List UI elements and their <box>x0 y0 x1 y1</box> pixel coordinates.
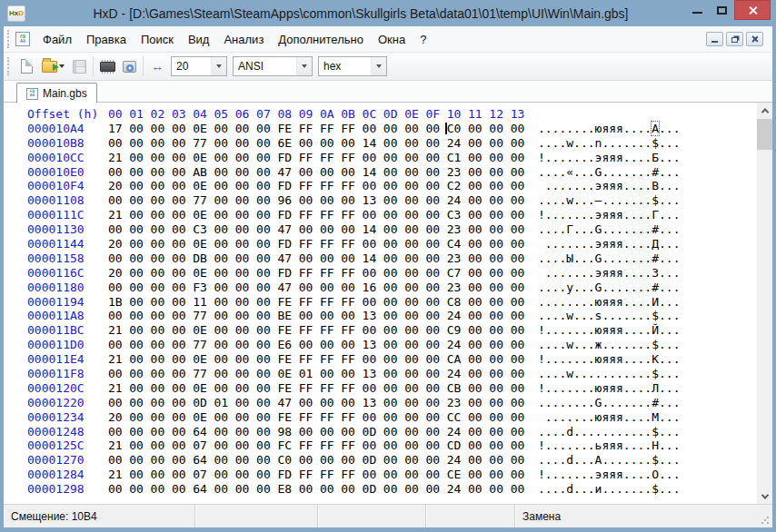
row-text[interactable]: !.......юяяя....Й... <box>538 323 681 338</box>
hex-byte[interactable]: 13 <box>363 367 383 381</box>
hex-byte[interactable]: FF <box>299 151 320 165</box>
hex-byte[interactable]: 64 <box>193 425 214 439</box>
hex-byte[interactable]: 00 <box>320 193 341 208</box>
hex-byte[interactable]: 00 <box>404 438 425 453</box>
hex-byte[interactable]: 00 <box>489 381 510 396</box>
hex-byte[interactable]: 00 <box>151 323 172 338</box>
hex-byte[interactable]: 14 <box>363 165 383 180</box>
hex-byte[interactable]: 00 <box>151 295 172 310</box>
hex-byte[interactable]: 00 <box>129 338 150 352</box>
hex-byte[interactable]: 01 <box>299 367 320 381</box>
row-text[interactable]: ....«...G.......#... <box>538 165 681 180</box>
hex-byte[interactable]: 00 <box>383 151 404 165</box>
hex-byte[interactable]: FF <box>299 352 320 367</box>
hex-byte[interactable]: 21 <box>108 151 129 165</box>
offset-base-dropdown-button[interactable] <box>371 57 386 75</box>
hex-byte[interactable]: 00 <box>383 136 404 151</box>
hex-byte[interactable]: 00 <box>425 396 446 410</box>
hex-byte[interactable]: 00 <box>256 425 277 439</box>
hex-byte[interactable]: FF <box>341 410 362 425</box>
hex-byte[interactable]: 00 <box>489 438 510 453</box>
hex-byte[interactable]: 00 <box>129 136 150 151</box>
hex-byte[interactable]: 00 <box>299 222 320 237</box>
hex-byte[interactable]: 00 <box>404 222 425 237</box>
hex-byte[interactable]: 23 <box>447 281 468 295</box>
hex-byte[interactable]: 00 <box>214 295 234 310</box>
hex-byte[interactable]: 00 <box>235 309 256 323</box>
hex-byte[interactable]: 00 <box>468 352 489 367</box>
hex-byte[interactable]: 00 <box>235 237 256 251</box>
hex-byte[interactable]: 00 <box>235 165 256 180</box>
hex-byte[interactable]: FF <box>320 381 341 396</box>
hex-byte[interactable]: FF <box>299 122 320 136</box>
hex-byte[interactable]: 00 <box>511 482 532 497</box>
hex-byte[interactable]: 00 <box>235 396 256 410</box>
hex-byte[interactable]: 00 <box>404 482 425 497</box>
hex-byte[interactable]: 00 <box>235 453 256 468</box>
hex-byte[interactable]: BE <box>277 309 298 323</box>
hex-byte[interactable]: 00 <box>425 381 446 396</box>
hex-byte[interactable]: 00 <box>489 251 510 266</box>
hex-byte[interactable]: 00 <box>151 381 172 396</box>
open-disk-button[interactable] <box>118 55 140 77</box>
hex-byte[interactable]: FF <box>299 295 320 310</box>
hex-byte[interactable]: 00 <box>235 425 256 439</box>
hex-byte[interactable]: 00 <box>404 237 425 251</box>
hex-byte[interactable]: 00 <box>214 468 234 482</box>
hex-byte[interactable]: 00 <box>320 396 341 410</box>
row-text[interactable]: ........G.......#... <box>538 396 681 410</box>
hex-byte[interactable]: 00 <box>320 425 341 439</box>
tab-main-gbs[interactable]: FBA0 Main.gbs <box>16 83 97 103</box>
hex-byte[interactable]: 00 <box>489 338 510 352</box>
hex-byte[interactable]: 00 <box>468 151 489 165</box>
hex-byte[interactable]: 00 <box>511 425 532 439</box>
hex-byte[interactable]: 00 <box>129 208 150 222</box>
hxd-file-icon[interactable]: FBA0 <box>15 32 30 46</box>
close-button[interactable] <box>734 0 771 20</box>
hex-byte[interactable]: 00 <box>320 281 341 295</box>
hex-byte[interactable]: 00 <box>404 179 425 193</box>
hex-byte[interactable]: 00 <box>129 165 150 180</box>
hex-byte[interactable]: 00 <box>256 251 277 266</box>
hex-byte[interactable]: C0 <box>277 453 298 468</box>
hex-byte[interactable]: 0E <box>277 367 298 381</box>
hex-byte[interactable]: 00 <box>511 222 532 237</box>
hex-byte[interactable]: 00 <box>151 352 172 367</box>
hex-byte[interactable]: 14 <box>363 136 383 151</box>
hex-byte[interactable]: 00 <box>383 179 404 193</box>
row-text[interactable]: ........юяяя....А... <box>538 122 681 136</box>
scroll-down-button[interactable] <box>757 488 772 504</box>
hex-byte[interactable]: 00 <box>511 410 532 425</box>
hex-byte[interactable]: 00 <box>256 237 277 251</box>
hex-byte[interactable]: FC <box>277 438 298 453</box>
hex-byte[interactable]: 00 <box>425 323 446 338</box>
hex-byte[interactable]: 00 <box>511 453 532 468</box>
hex-byte[interactable]: C9 <box>447 323 468 338</box>
hex-byte[interactable]: 00 <box>151 136 172 151</box>
hex-byte[interactable]: 00 <box>235 266 256 281</box>
menu-item-Поиск[interactable]: Поиск <box>134 29 181 49</box>
hex-byte[interactable]: FF <box>341 208 362 222</box>
hex-byte[interactable]: 00 <box>151 165 172 180</box>
hex-byte[interactable]: 00 <box>172 323 193 338</box>
hex-byte[interactable]: AB <box>193 165 214 180</box>
hex-byte[interactable]: 00 <box>511 468 532 482</box>
hex-byte[interactable]: 01 <box>214 396 234 410</box>
hex-byte[interactable]: 00 <box>235 323 256 338</box>
bytes-per-row-combobox[interactable]: 20 <box>171 56 227 76</box>
hex-byte[interactable]: 23 <box>447 165 468 180</box>
hex-byte[interactable]: 00 <box>108 281 129 295</box>
hex-byte[interactable]: 00 <box>511 396 532 410</box>
hex-byte[interactable]: 00 <box>404 323 425 338</box>
hex-byte[interactable]: 00 <box>129 453 150 468</box>
hex-byte[interactable]: 00 <box>363 468 383 482</box>
hex-byte[interactable]: 00 <box>299 136 320 151</box>
hex-byte[interactable]: 21 <box>108 468 129 482</box>
hex-byte[interactable]: 00 <box>489 151 510 165</box>
hex-byte[interactable]: 00 <box>214 453 234 468</box>
hex-byte[interactable]: 00 <box>256 179 277 193</box>
hex-byte[interactable]: 00 <box>299 165 320 180</box>
hex-byte[interactable]: 00 <box>214 266 234 281</box>
hex-byte[interactable]: FF <box>320 208 341 222</box>
hex-byte[interactable]: 00 <box>320 367 341 381</box>
